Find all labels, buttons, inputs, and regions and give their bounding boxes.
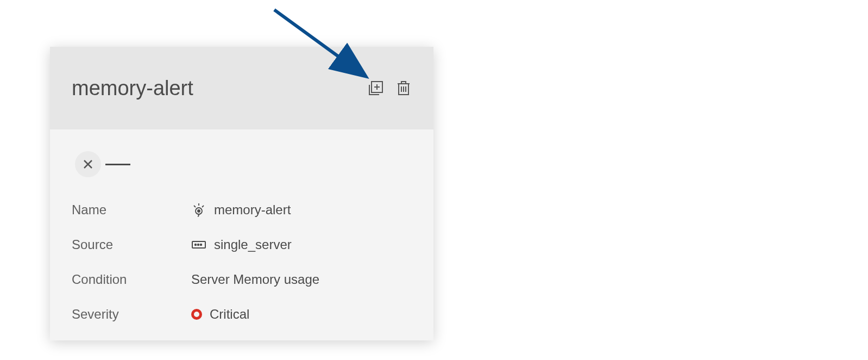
- svg-point-14: [195, 244, 196, 245]
- svg-line-12: [202, 206, 204, 207]
- source-value: single_server: [214, 237, 292, 252]
- name-value: memory-alert: [214, 202, 291, 218]
- detail-row-name: Name memory-alert: [72, 193, 412, 227]
- severity-value: Critical: [210, 307, 249, 322]
- header-actions: [367, 79, 412, 97]
- severity-value-container: Critical: [191, 307, 249, 322]
- svg-point-15: [198, 244, 199, 245]
- close-icon: [83, 159, 93, 170]
- server-icon: [191, 239, 206, 250]
- trash-icon: [395, 79, 412, 97]
- source-value-container: single_server: [191, 237, 292, 252]
- detail-row-source: Source single_server: [72, 227, 412, 262]
- condition-value-container: Server Memory usage: [191, 272, 319, 287]
- card-title: memory-alert: [72, 77, 193, 100]
- card-body: Name memory-alert Source: [50, 129, 433, 343]
- condition-label: Condition: [72, 272, 191, 287]
- toggle-control[interactable]: [75, 151, 412, 177]
- name-value-container: memory-alert: [191, 202, 291, 218]
- duplicate-button[interactable]: [367, 79, 385, 97]
- severity-label: Severity: [72, 307, 191, 322]
- condition-value: Server Memory usage: [191, 272, 319, 287]
- detail-row-severity: Severity Critical: [72, 297, 412, 332]
- source-label: Source: [72, 237, 191, 252]
- delete-button[interactable]: [395, 79, 412, 97]
- svg-line-11: [194, 206, 196, 207]
- close-icon-circle: [75, 151, 101, 177]
- alert-icon: [191, 202, 206, 218]
- detail-row-condition: Condition Server Memory usage: [72, 262, 412, 297]
- card-header: memory-alert: [50, 47, 433, 129]
- svg-point-9: [198, 210, 200, 212]
- duplicate-icon: [367, 79, 385, 97]
- svg-point-16: [200, 244, 202, 245]
- alert-card: memory-alert: [50, 47, 433, 340]
- severity-critical-icon: [191, 309, 202, 320]
- toggle-line: [105, 164, 130, 165]
- name-label: Name: [72, 202, 191, 218]
